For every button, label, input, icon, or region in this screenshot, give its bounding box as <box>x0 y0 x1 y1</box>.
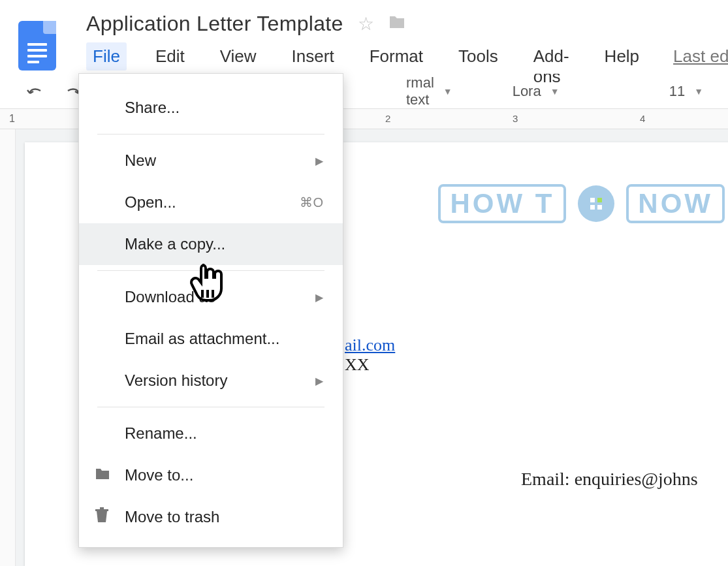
email-link-partial[interactable]: ail.com <box>345 336 395 354</box>
ruler-mark: 4 <box>640 113 645 124</box>
menu-rename[interactable]: Rename... <box>79 413 343 454</box>
paragraph-style-select[interactable]: rmal text ▼ <box>396 74 463 108</box>
menu-edit[interactable]: Edit <box>149 42 191 71</box>
menu-insert[interactable]: Insert <box>285 42 341 71</box>
svg-rect-1 <box>206 290 209 298</box>
menu-move-to[interactable]: Move to... <box>79 454 343 496</box>
caret-down-icon: ▼ <box>443 86 452 97</box>
submenu-arrow-icon: ▶ <box>315 155 323 167</box>
menu-open[interactable]: Open... ⌘O <box>79 181 343 223</box>
menu-move-to-trash[interactable]: Move to trash <box>79 496 343 538</box>
cursor-hand-icon <box>189 261 225 303</box>
badge-right: NOW <box>626 184 725 223</box>
menu-open-label: Open... <box>125 193 176 212</box>
menu-version-history[interactable]: Version history ▶ <box>79 360 343 401</box>
font-family-select[interactable]: Lora ▼ <box>502 83 620 100</box>
menu-share[interactable]: Share... <box>79 87 343 129</box>
badge-left: HOW T <box>438 184 566 223</box>
menu-separator <box>97 407 324 407</box>
folder-icon <box>95 466 110 484</box>
last-edit-link[interactable]: Last edit was 2 <box>673 46 728 67</box>
font-size-select[interactable]: 11 ▼ <box>659 83 724 100</box>
menu-email-attachment[interactable]: Email as attachment... <box>79 318 343 360</box>
menu-rename-label: Rename... <box>125 424 197 443</box>
menu-file[interactable]: File <box>86 42 127 71</box>
menu-move-to-label: Move to... <box>125 466 193 484</box>
menu-new-label: New <box>125 151 156 170</box>
menu-tools[interactable]: Tools <box>452 42 505 71</box>
app-header: Application Letter Template ☆ File Edit … <box>0 0 728 73</box>
ruler-mark: 3 <box>513 113 518 124</box>
submenu-arrow-icon: ▶ <box>315 291 323 304</box>
watermark-badge: HOW T NOW <box>438 184 725 223</box>
font-family-label: Lora <box>513 83 541 100</box>
shortcut-label: ⌘O <box>300 195 323 210</box>
menu-email-attachment-label: Email as attachment... <box>125 330 279 348</box>
caret-down-icon: ▼ <box>694 86 703 97</box>
ruler-mark: 2 <box>385 113 390 124</box>
menu-share-label: Share... <box>125 99 180 117</box>
email-contact-line: Email: enquiries@johns <box>521 469 698 490</box>
docs-logo-icon[interactable] <box>18 21 56 71</box>
menu-make-a-copy[interactable]: Make a copy... <box>79 223 343 265</box>
menu-help[interactable]: Help <box>598 42 646 71</box>
font-size-label: 11 <box>669 83 685 100</box>
file-dropdown-menu: Share... New ▶ Open... ⌘O Make a copy...… <box>78 73 343 548</box>
caret-down-icon: ▼ <box>550 86 560 97</box>
document-title[interactable]: Application Letter Template <box>86 12 343 36</box>
ruler-mark: 1 <box>9 113 15 125</box>
star-icon[interactable]: ☆ <box>358 13 374 35</box>
masked-text: XX <box>345 355 370 374</box>
menu-new[interactable]: New ▶ <box>79 140 343 181</box>
svg-rect-0 <box>201 290 204 298</box>
menu-separator <box>97 134 324 134</box>
menu-make-a-copy-label: Make a copy... <box>125 235 225 253</box>
menu-version-history-label: Version history <box>125 371 227 390</box>
submenu-arrow-icon: ▶ <box>315 375 323 387</box>
trash-icon <box>95 507 109 527</box>
menu-view[interactable]: View <box>214 42 263 71</box>
paragraph-style-label: rmal text <box>406 74 434 108</box>
badge-logo-icon <box>578 185 614 222</box>
undo-button[interactable] <box>26 84 44 99</box>
menu-format[interactable]: Format <box>363 42 430 71</box>
svg-rect-2 <box>212 290 214 298</box>
menu-move-to-trash-label: Move to trash <box>125 508 219 526</box>
folder-icon[interactable] <box>388 15 405 33</box>
vertical-ruler[interactable] <box>0 129 16 566</box>
